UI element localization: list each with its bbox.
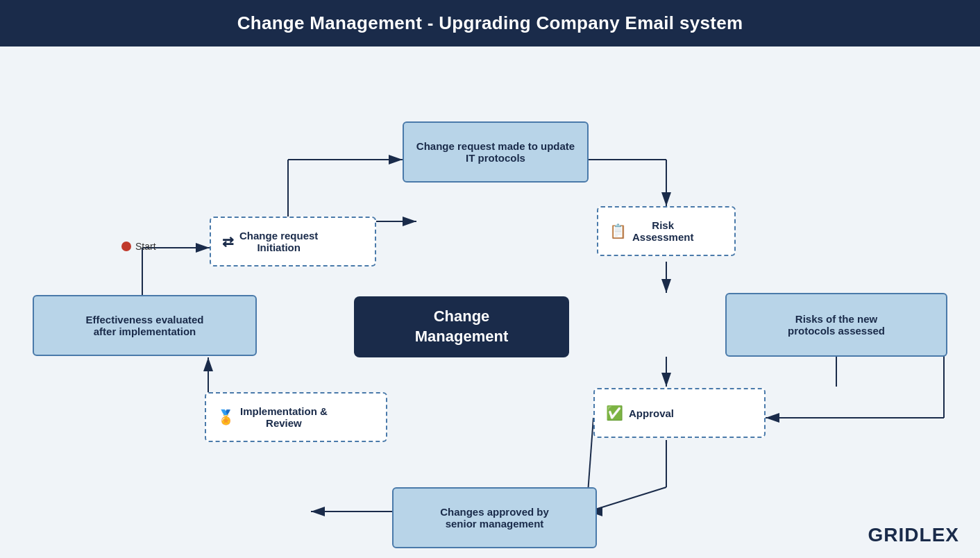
svg-line-14 — [589, 487, 666, 512]
node-change-request-update: Change request made to update IT protoco… — [403, 121, 589, 183]
start-label-text: Start — [135, 241, 156, 252]
node-initiation-label: Change requestInitiation — [239, 230, 318, 253]
node-risks-assessed-label: Risks of the newprotocols assessed — [788, 313, 885, 337]
node-effectiveness-label: Effectiveness evaluatedafter implementat… — [85, 314, 203, 337]
node-implementation-review: 🏅 Implementation &Review — [205, 392, 387, 442]
node-risk-assessment: 📋 RiskAssessment — [597, 206, 736, 256]
node-changes-approved-label: Changes approved bysenior management — [440, 506, 549, 530]
node-change-management: ChangeManagement — [354, 296, 569, 357]
header-title: Change Management - Upgrading Company Em… — [237, 12, 743, 33]
initiation-icon: ⇄ — [222, 233, 234, 250]
node-change-management-label: ChangeManagement — [415, 307, 508, 346]
gridlex-logo: GRIDLEX — [868, 524, 959, 546]
node-change-request-update-label: Change request made to update IT protoco… — [414, 140, 577, 164]
page-title: Change Management - Upgrading Company Em… — [0, 0, 980, 46]
node-effectiveness: Effectiveness evaluatedafter implementat… — [33, 295, 257, 356]
start-indicator: Start — [121, 241, 156, 252]
node-risk-assessment-label: RiskAssessment — [632, 219, 693, 243]
implementation-icon: 🏅 — [217, 409, 235, 425]
diagram-area: Start Change request made to update IT p… — [0, 46, 980, 558]
start-dot — [121, 242, 131, 251]
approval-icon: ✅ — [606, 405, 623, 421]
logo-text: GRIDLEX — [868, 524, 959, 546]
node-approval-label: Approval — [629, 407, 674, 419]
node-risks-assessed: Risks of the newprotocols assessed — [725, 293, 947, 357]
risk-icon: 📋 — [609, 223, 627, 239]
node-implementation-label: Implementation &Review — [240, 405, 328, 429]
node-changes-approved: Changes approved bysenior management — [392, 487, 597, 548]
node-approval: ✅ Approval — [593, 388, 766, 438]
node-change-request-initiation: ⇄ Change requestInitiation — [210, 217, 376, 267]
